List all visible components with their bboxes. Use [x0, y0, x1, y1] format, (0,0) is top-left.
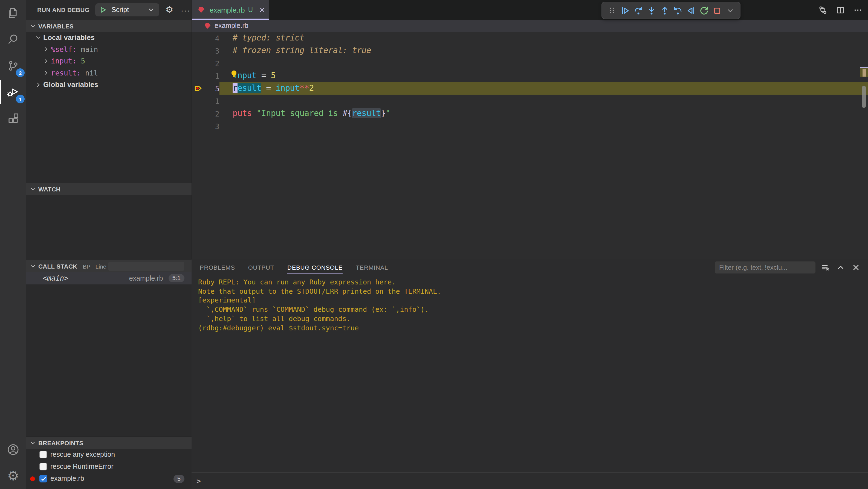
stop-icon[interactable]: [710, 4, 723, 17]
variable-row-input[interactable]: input: 5: [26, 55, 191, 67]
overview-ruler[interactable]: [860, 32, 868, 259]
breakpoint-row[interactable]: example.rb5: [26, 472, 191, 485]
breakpoint-dot-icon: [30, 476, 35, 481]
line-number: 3: [204, 46, 219, 55]
debug-console-output[interactable]: Ruby REPL: You can run any Ruby expressi…: [198, 278, 863, 471]
step-over-icon[interactable]: [631, 4, 645, 17]
gutter[interactable]: [192, 44, 204, 57]
extensions-icon: [7, 112, 19, 124]
debug-console-input-row[interactable]: >: [191, 472, 868, 489]
step-out-icon[interactable]: [658, 4, 671, 17]
panel-tab-debug-console[interactable]: DEBUG CONSOLE: [287, 259, 343, 276]
variable-row-%self[interactable]: %self: main: [26, 43, 191, 55]
code-line-content[interactable]: result = input**2: [219, 82, 868, 95]
open-changes-icon[interactable]: [816, 4, 829, 16]
chevron-down-icon[interactable]: [147, 6, 155, 14]
call-stack-frame-main[interactable]: <main> example.rb 5:1: [26, 272, 191, 285]
tab-close-icon[interactable]: [258, 6, 266, 14]
tree-item-local-variables[interactable]: Local variables: [26, 32, 191, 43]
console-filter-input[interactable]: [715, 261, 815, 273]
breakpoint-current-line-icon[interactable]: [192, 82, 204, 95]
variables-section-header[interactable]: VARIABLES: [26, 20, 191, 32]
breakpoint-row[interactable]: rescue RuntimeError: [26, 461, 191, 472]
code-line-3[interactable]: 3: [192, 120, 868, 132]
tree-item-global-variables[interactable]: Global variables: [26, 79, 191, 91]
panel-tab-problems[interactable]: PROBLEMS: [200, 259, 235, 276]
activity-badge: 1: [16, 95, 25, 103]
console-prompt: >: [196, 477, 201, 485]
gutter[interactable]: [192, 32, 204, 44]
panel-tabs: PROBLEMSOUTPUTDEBUG CONSOLETERMINAL: [200, 259, 388, 276]
code-line-content[interactable]: puts "Input squared is #{result}": [219, 107, 868, 120]
code-line-content[interactable]: [219, 95, 868, 107]
code-line-2[interactable]: 2: [192, 57, 868, 69]
breakpoints-section-header[interactable]: BREAKPOINTS: [26, 436, 191, 449]
start-debug-icon[interactable]: [98, 5, 107, 14]
activity-item-source-control[interactable]: 2: [0, 53, 26, 79]
checkbox-checked[interactable]: [39, 475, 47, 483]
maximize-panel-icon[interactable]: [835, 262, 846, 273]
activity-item-run-and-debug[interactable]: 1: [0, 79, 26, 105]
code-line-content[interactable]: [219, 120, 868, 132]
call-stack-section: CALL STACK BP - Line <main> example.rb 5…: [26, 260, 191, 436]
gutter[interactable]: [192, 120, 204, 132]
activity-item-explorer[interactable]: [0, 0, 26, 26]
breakpoint-label: rescue RuntimeError: [50, 463, 114, 470]
gutter[interactable]: [192, 69, 204, 82]
breadcrumb-file[interactable]: example.rb: [215, 22, 248, 30]
checkbox-unchecked[interactable]: [39, 463, 47, 470]
continue-icon[interactable]: [618, 4, 631, 17]
close-panel-icon[interactable]: [850, 262, 862, 273]
sidebar-header: RUN AND DEBUG Script ⚙ ···: [26, 0, 191, 20]
code-token: [252, 108, 256, 118]
scrollbar-thumb[interactable]: [862, 86, 866, 108]
code-line-3[interactable]: 3# frozen_string_literal: true: [192, 44, 868, 57]
activity-item-extensions[interactable]: [0, 105, 26, 131]
code-line-content[interactable]: # typed: strict: [219, 32, 868, 44]
code-line-4[interactable]: 4# typed: strict: [192, 32, 868, 44]
reverse-continue-icon[interactable]: [684, 4, 697, 17]
watch-section-header[interactable]: WATCH: [26, 183, 191, 195]
gutter[interactable]: [192, 57, 204, 69]
code-action-lightbulb-icon[interactable]: [230, 70, 238, 78]
restart-icon[interactable]: [697, 4, 710, 17]
gutter[interactable]: [192, 95, 204, 107]
code-line-5-current[interactable]: 5result = input**2: [192, 82, 868, 95]
code-line-content[interactable]: # frozen_string_literal: true: [219, 44, 868, 57]
panel-tab-output[interactable]: OUTPUT: [248, 259, 274, 276]
split-editor-icon[interactable]: [834, 4, 846, 16]
activity-item-settings[interactable]: ⚙: [0, 463, 26, 489]
views-more-actions-button[interactable]: ···: [180, 4, 191, 16]
local-variables-items: %self: maininput: 5result: nil: [26, 43, 191, 79]
panel-tab-terminal[interactable]: TERMINAL: [356, 259, 388, 276]
breakpoint-row[interactable]: rescue any exception: [26, 449, 191, 461]
debug-settings-button[interactable]: ⚙: [163, 4, 175, 16]
chevron-down-icon: [30, 440, 36, 446]
drag-gripper-icon[interactable]: [605, 4, 618, 17]
code-editor[interactable]: 4# typed: strict3# frozen_string_literal…: [192, 32, 868, 259]
activity-item-search[interactable]: [0, 26, 26, 53]
step-back-icon[interactable]: [671, 4, 684, 17]
code-token: esult: [237, 83, 261, 93]
call-stack-section-header[interactable]: CALL STACK BP - Line: [26, 260, 191, 272]
code-line-content[interactable]: input = 5: [219, 69, 868, 82]
code-line-1[interactable]: 1input = 5: [192, 69, 868, 82]
search-icon: [7, 33, 19, 45]
variable-row-result[interactable]: result: nil: [26, 67, 191, 79]
tab-example-rb[interactable]: example.rb U: [192, 0, 269, 20]
checkbox-unchecked[interactable]: [39, 451, 47, 458]
code-line-1[interactable]: 1: [192, 95, 868, 107]
line-number: 1: [204, 97, 219, 105]
activity-item-accounts[interactable]: [0, 436, 26, 463]
breadcrumb[interactable]: example.rb: [192, 20, 868, 32]
code-line-2[interactable]: 2puts "Input squared is #{result}": [192, 107, 868, 120]
clear-console-icon[interactable]: [820, 262, 831, 273]
launch-config-dropdown[interactable]: Script: [95, 3, 159, 17]
chevron-down-icon: [30, 263, 36, 270]
line-number: 4: [204, 34, 219, 42]
step-into-icon[interactable]: [645, 4, 658, 17]
gutter[interactable]: [192, 107, 204, 120]
code-line-content[interactable]: [219, 57, 868, 69]
toolbar-dropdown-icon[interactable]: [723, 4, 737, 17]
more-actions-icon[interactable]: [851, 4, 864, 16]
